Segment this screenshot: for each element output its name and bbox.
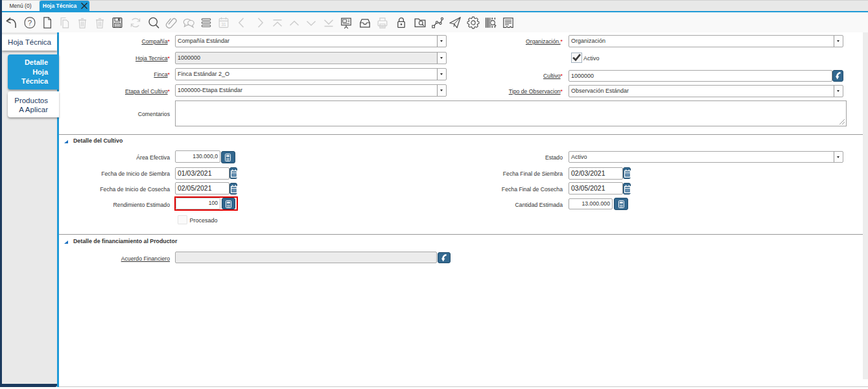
svg-text:?: ?: [27, 19, 31, 27]
svg-text:31: 31: [221, 22, 226, 27]
